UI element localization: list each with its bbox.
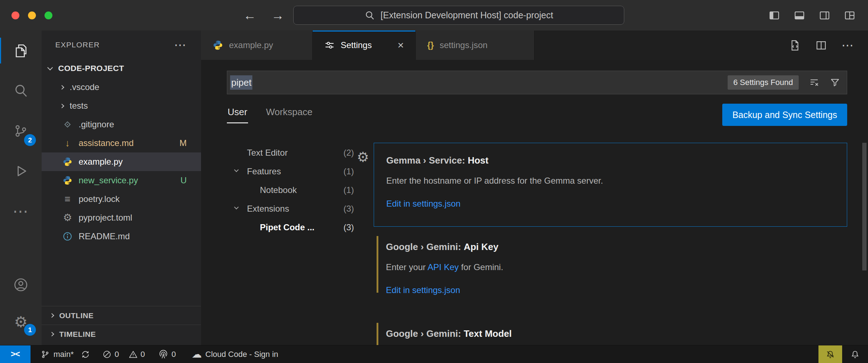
toc-count: (3) [344,222,354,232]
setting-actions-gear-icon[interactable]: ⚙ [357,150,369,164]
account-icon [13,277,28,292]
tab-example-py[interactable]: example.py [201,30,313,60]
more-actions-icon[interactable]: ⋯ [841,39,854,51]
toggle-secondary-sidebar-icon[interactable] [818,9,831,22]
explorer-sidebar: EXPLORER ⋯ CODE-PROJECT .vscode tests .g… [42,30,201,345]
settings-scrollbar[interactable] [862,143,867,270]
tree-item-poetry-lock[interactable]: ≡ poetry.lock [42,190,201,208]
toc-count: (1) [344,185,354,195]
toggle-panel-icon[interactable] [793,9,806,22]
scope-tab-workspace[interactable]: Workspace [265,104,313,123]
edit-in-settings-json-link[interactable]: Edit in settings.json [386,285,834,296]
git-icon [62,119,73,130]
back-button[interactable]: ← [243,8,256,23]
forward-button[interactable]: → [271,8,284,23]
toc-features[interactable]: Features (1) [201,162,363,181]
layout-controls [768,0,856,30]
warnings-icon [129,350,138,359]
branch-status-item[interactable]: main* [41,350,74,359]
activity-explorer[interactable] [0,30,42,71]
api-key-link[interactable]: API Key [428,262,459,272]
close-window-button[interactable] [11,11,19,19]
toc-notebook[interactable]: Notebook (1) [201,181,363,199]
titlebar: ← → [Extension Development Host] code-pr… [0,0,868,30]
ports-count: 0 [172,350,176,359]
tab-settings[interactable]: Settings × [313,30,416,60]
root-folder-label: CODE-PROJECT [58,64,124,73]
outline-section-header[interactable]: OUTLINE [42,306,201,325]
setting-google-gemini-api-key[interactable]: Google › Gemini: Api Key Enter your API … [374,233,847,302]
tree-item-readme-md[interactable]: README.md [42,227,201,246]
toc-text-editor[interactable]: Text Editor (2) [201,143,363,162]
tab-settings-json[interactable]: {} settings.json [416,30,535,60]
maximize-window-button[interactable] [45,11,52,19]
filter-icon[interactable] [830,77,840,88]
tree-item-new-service-py[interactable]: new_service.py U [42,171,201,190]
tree-item-vscode[interactable]: .vscode [42,78,201,96]
clear-search-icon[interactable] [809,77,820,88]
customize-layout-icon[interactable] [844,9,856,22]
activity-search[interactable] [0,71,42,111]
setting-description: Enter the hostname or IP address for the… [386,175,834,186]
setting-title: Google › Gemini: Text Model [386,328,834,339]
tree-item-pyproject-toml[interactable]: ⚙ pyproject.toml [42,208,201,227]
chevron-right-icon [60,104,64,108]
toc-pipet-code[interactable]: Pipet Code ... (3) [201,218,363,237]
command-center[interactable]: [Extension Development Host] code-projec… [293,6,624,25]
problems-status-item[interactable]: 0 0 [102,350,145,359]
minimize-window-button[interactable] [28,11,36,19]
toggle-primary-sidebar-icon[interactable] [768,9,780,22]
tree-item-gitignore[interactable]: .gitignore [42,115,201,134]
errors-count: 0 [115,350,119,359]
file-label: assistance.md [79,138,134,148]
python-icon [62,175,73,186]
errors-icon [102,350,112,359]
setting-google-gemini-text-model[interactable]: Google › Gemini: Text Model [374,320,847,345]
scope-tab-user[interactable]: User [227,104,248,123]
branch-label: main* [53,350,74,359]
remote-icon: >< [11,349,20,359]
setting-category: Google › Gemini: [386,328,464,339]
git-untracked-badge: U [181,175,187,185]
editor-area: example.py Settings × {} settings.json [201,30,868,345]
ports-status-item[interactable]: 0 [159,350,176,359]
git-modified-badge: M [179,138,187,148]
split-editor-icon[interactable] [815,39,827,51]
chevron-right-icon [60,85,64,90]
tree-item-tests[interactable]: tests [42,96,201,115]
activity-more[interactable]: ⋯ [0,191,42,231]
toc-extensions[interactable]: Extensions (3) [201,199,363,218]
tree-item-assistance-md[interactable]: ↓ assistance.md M [42,134,201,152]
setting-gemma-service-host[interactable]: Gemma › Service: Host Enter the hostname… [374,143,847,227]
activity-settings[interactable]: ⚙ 1 [0,303,42,341]
notifications-item[interactable] [842,345,868,363]
activity-accounts[interactable] [0,266,42,303]
backup-sync-settings-button[interactable]: Backup and Sync Settings [722,104,847,126]
tree-root-code-project[interactable]: CODE-PROJECT [42,59,201,78]
sync-icon [81,350,90,359]
sidebar-bottom-sections: OUTLINE TIMELINE [42,306,201,343]
close-tab-icon[interactable]: × [397,40,404,51]
activity-run-debug[interactable] [0,151,42,191]
timeline-section-header[interactable]: TIMELINE [42,325,201,343]
tree-item-example-py[interactable]: example.py [42,152,201,171]
toc-label: Text Editor [247,148,288,158]
setting-title: Gemma › Service: Host [386,155,834,166]
open-settings-json-icon[interactable] [789,39,801,51]
settings-search-input[interactable]: pipet 6 Settings Found [227,71,847,94]
warnings-count: 0 [141,350,145,359]
remote-indicator[interactable]: >< [0,345,31,363]
explorer-more-actions-icon[interactable]: ⋯ [174,39,187,51]
cloud-icon: ☁ [192,349,202,359]
activity-source-control[interactable]: 2 [0,111,42,151]
cloud-code-label: Cloud Code - Sign in [205,350,278,359]
search-icon [13,83,28,98]
do-not-disturb-item[interactable] [818,345,842,363]
description-text: for Gemini. [459,262,503,272]
toc-label: Pipet Code ... [260,222,314,232]
explorer-title: EXPLORER [55,41,100,49]
edit-in-settings-json-link[interactable]: Edit in settings.json [386,198,834,209]
sync-status-item[interactable] [81,350,90,359]
cloud-code-status-item[interactable]: ☁ Cloud Code - Sign in [192,349,278,359]
chevron-right-icon [50,313,54,318]
